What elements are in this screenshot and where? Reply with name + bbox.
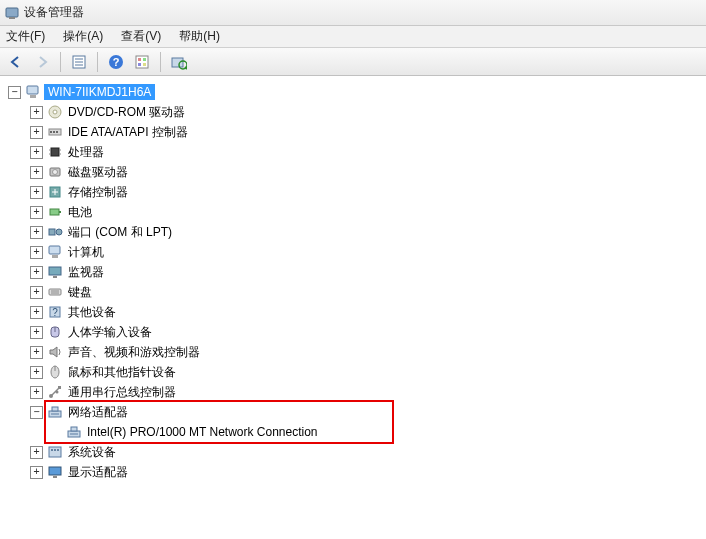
svg-rect-59	[49, 447, 61, 457]
expander-icon[interactable]: +	[30, 226, 43, 239]
display-icon	[47, 464, 63, 480]
menu-action[interactable]: 操作(A)	[61, 26, 105, 47]
expander-icon[interactable]: +	[30, 126, 43, 139]
network-icon	[47, 404, 63, 420]
system-icon	[47, 444, 63, 460]
svg-rect-54	[52, 407, 58, 411]
svg-rect-11	[138, 63, 141, 66]
expander-icon[interactable]: +	[30, 166, 43, 179]
device-tree[interactable]: − WIN-7IIKMDJ1H6A +DVD/CD-ROM 驱动器+IDE AT…	[0, 76, 706, 539]
other-icon: ?	[47, 304, 63, 320]
svg-rect-64	[53, 476, 57, 478]
forward-button[interactable]	[30, 51, 54, 73]
svg-rect-63	[49, 467, 61, 475]
expander-icon[interactable]: +	[30, 206, 43, 219]
expander-icon[interactable]: +	[30, 386, 43, 399]
tree-device[interactable]: Intel(R) PRO/1000 MT Network Connection	[66, 422, 706, 442]
tree-category-label: 通用串行总线控制器	[66, 383, 178, 402]
properties-button[interactable]	[130, 51, 154, 73]
back-arrow-icon	[8, 54, 24, 70]
expander-icon[interactable]: −	[30, 406, 43, 419]
help-button[interactable]: ?	[104, 51, 128, 73]
menu-help[interactable]: 帮助(H)	[177, 26, 222, 47]
tree-category-label: IDE ATA/ATAPI 控制器	[66, 123, 190, 142]
expander-icon[interactable]: +	[30, 446, 43, 459]
tree-root-label: WIN-7IIKMDJ1H6A	[44, 84, 155, 100]
scan-icon	[171, 54, 187, 70]
svg-point-30	[53, 170, 58, 175]
expander-icon[interactable]: −	[8, 86, 21, 99]
keyboard-icon	[47, 284, 63, 300]
expander-icon[interactable]: +	[30, 466, 43, 479]
monitor-icon	[47, 264, 63, 280]
forward-arrow-icon	[34, 54, 50, 70]
tree-category[interactable]: +电池	[30, 202, 706, 222]
tree-category[interactable]: +存储控制器	[30, 182, 706, 202]
toolbar: ?	[0, 48, 706, 76]
svg-rect-17	[30, 95, 36, 98]
svg-rect-34	[49, 229, 55, 235]
toolbar-separator	[60, 52, 61, 72]
svg-rect-12	[143, 63, 146, 66]
expander-icon[interactable]: +	[30, 286, 43, 299]
audio-icon	[47, 344, 63, 360]
tree-device-label: Intel(R) PRO/1000 MT Network Connection	[85, 424, 320, 440]
view-list-button[interactable]	[67, 51, 91, 73]
tree-category[interactable]: +通用串行总线控制器	[30, 382, 706, 402]
properties-icon	[134, 54, 150, 70]
svg-rect-8	[136, 56, 148, 68]
svg-rect-22	[53, 131, 55, 133]
expander-icon[interactable]: +	[30, 306, 43, 319]
computer-icon	[47, 244, 63, 260]
menu-view[interactable]: 查看(V)	[119, 26, 163, 47]
tree-category[interactable]: +计算机	[30, 242, 706, 262]
back-button[interactable]	[4, 51, 28, 73]
tree-category[interactable]: +声音、视频和游戏控制器	[30, 342, 706, 362]
tree-category-label: 端口 (COM 和 LPT)	[66, 223, 174, 242]
usb-icon	[47, 384, 63, 400]
tree-category[interactable]: +监视器	[30, 262, 706, 282]
svg-rect-37	[52, 255, 58, 258]
svg-point-35	[56, 229, 62, 235]
tree-category-label: 显示适配器	[66, 463, 130, 482]
tree-category-label: 存储控制器	[66, 183, 130, 202]
tree-category-label: 声音、视频和游戏控制器	[66, 343, 202, 362]
tree-category[interactable]: +显示适配器	[30, 462, 706, 482]
toolbar-separator	[160, 52, 161, 72]
tree-category[interactable]: −网络适配器	[30, 402, 706, 422]
expander-icon[interactable]: +	[30, 106, 43, 119]
tree-category[interactable]: +处理器	[30, 142, 706, 162]
expander-icon[interactable]: +	[30, 246, 43, 259]
expander-icon[interactable]: +	[30, 366, 43, 379]
tree-category[interactable]: +IDE ATA/ATAPI 控制器	[30, 122, 706, 142]
tree-category[interactable]: +磁盘驱动器	[30, 162, 706, 182]
svg-rect-36	[49, 246, 60, 254]
titlebar: 设备管理器	[0, 0, 706, 26]
svg-rect-52	[58, 386, 61, 389]
tree-category[interactable]: +DVD/CD-ROM 驱动器	[30, 102, 706, 122]
expander-icon[interactable]: +	[30, 186, 43, 199]
scan-hardware-button[interactable]	[167, 51, 191, 73]
svg-text:?: ?	[113, 56, 120, 68]
menu-file[interactable]: 文件(F)	[4, 26, 47, 47]
svg-text:?: ?	[52, 307, 58, 318]
expander-icon[interactable]: +	[30, 326, 43, 339]
tree-category[interactable]: +端口 (COM 和 LPT)	[30, 222, 706, 242]
expander-icon[interactable]: +	[30, 266, 43, 279]
tree-category[interactable]: +人体学输入设备	[30, 322, 706, 342]
tree-root[interactable]: − WIN-7IIKMDJ1H6A	[8, 82, 706, 102]
tree-category[interactable]: +键盘	[30, 282, 706, 302]
cpu-icon	[47, 144, 63, 160]
svg-rect-0	[6, 8, 18, 17]
svg-rect-33	[59, 211, 61, 213]
svg-rect-39	[53, 276, 57, 278]
expander-icon[interactable]: +	[30, 346, 43, 359]
svg-rect-38	[49, 267, 61, 275]
tree-category-label: 键盘	[66, 283, 94, 302]
tree-category[interactable]: +?其他设备	[30, 302, 706, 322]
svg-point-19	[53, 110, 57, 114]
expander-icon[interactable]: +	[30, 146, 43, 159]
tree-category[interactable]: +系统设备	[30, 442, 706, 462]
tree-category-label: 监视器	[66, 263, 106, 282]
tree-category[interactable]: +鼠标和其他指针设备	[30, 362, 706, 382]
